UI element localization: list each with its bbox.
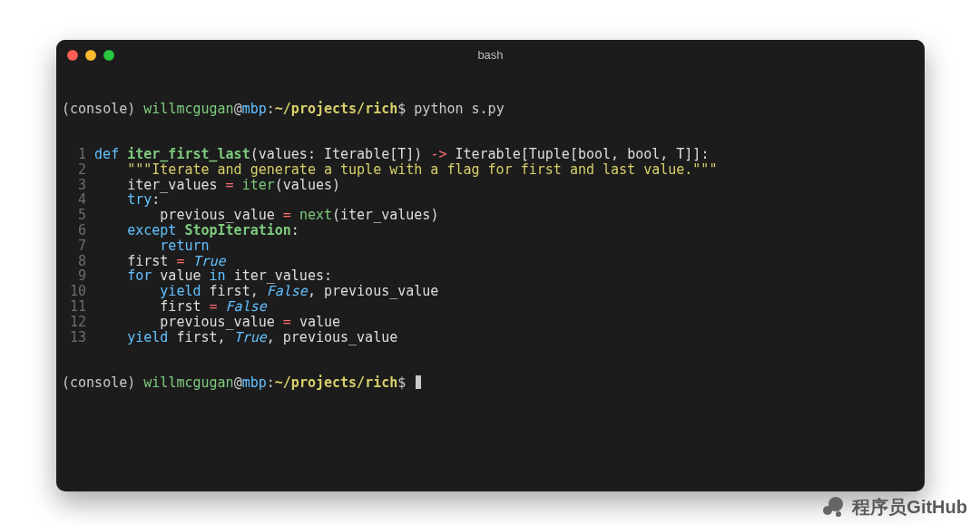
code-text: first = True — [94, 254, 919, 269]
code-text: yield first, False, previous_value — [94, 284, 919, 299]
code-line: 1def iter_first_last(values: Iterable[T]… — [62, 147, 919, 162]
prompt-dollar: $ — [397, 101, 406, 117]
prompt-env: (console) — [62, 374, 135, 391]
line-number: 2 — [62, 162, 86, 178]
code-line: 3 iter_values = iter(values) — [62, 178, 919, 193]
code-output: 1def iter_first_last(values: Iterable[T]… — [62, 147, 919, 345]
code-text: first = False — [94, 299, 919, 315]
code-line: 9 for value in iter_values: — [62, 268, 919, 284]
prompt-path: ~/projects/rich — [275, 374, 397, 391]
prompt-line-2: (console) willmcgugan@mbp:~/projects/ric… — [62, 375, 919, 391]
code-line: 13 yield first, True, previous_value — [62, 330, 919, 345]
line-number: 11 — [62, 299, 86, 315]
watermark: 程序员GitHub — [823, 495, 967, 520]
code-text: previous_value = value — [94, 315, 919, 330]
line-number: 8 — [62, 254, 86, 269]
prompt-colon: : — [267, 101, 275, 117]
code-text: try: — [94, 192, 919, 208]
code-line: 6 except StopIteration: — [62, 223, 919, 238]
prompt-user: willmcgugan — [143, 374, 233, 391]
code-text: """Iterate and generate a tuple with a f… — [94, 162, 919, 178]
prompt-colon: : — [267, 374, 275, 391]
prompt-host: mbp — [242, 374, 267, 391]
code-line: 11 first = False — [62, 299, 919, 315]
prompt-user: willmcgugan — [143, 101, 233, 117]
line-number: 12 — [62, 315, 86, 330]
code-text: yield first, True, previous_value — [94, 330, 919, 345]
code-text: previous_value = next(iter_values) — [94, 208, 919, 223]
code-line: 8 first = True — [62, 254, 919, 269]
watermark-text: 程序员GitHub — [852, 495, 967, 520]
line-number: 13 — [62, 330, 86, 345]
code-text: def iter_first_last(values: Iterable[T])… — [94, 147, 919, 162]
code-line: 7 return — [62, 238, 919, 254]
code-line: 2 """Iterate and generate a tuple with a… — [62, 162, 919, 178]
line-number: 6 — [62, 223, 86, 238]
code-text: for value in iter_values: — [94, 268, 919, 284]
prompt-env: (console) — [62, 101, 135, 117]
prompt-path: ~/projects/rich — [275, 101, 397, 117]
prompt-dollar: $ — [397, 374, 406, 391]
close-icon[interactable] — [67, 50, 78, 61]
terminal-window: bash (console) willmcgugan@mbp:~/project… — [56, 40, 925, 491]
cursor-icon — [416, 375, 420, 389]
code-text: return — [94, 238, 919, 254]
prompt-command: python s.py — [414, 101, 504, 117]
line-number: 5 — [62, 208, 86, 223]
line-number: 4 — [62, 192, 86, 208]
wechat-icon — [823, 497, 847, 519]
prompt-at: @ — [234, 374, 242, 391]
code-text: iter_values = iter(values) — [94, 178, 919, 193]
prompt-at: @ — [234, 101, 242, 117]
prompt-line-1: (console) willmcgugan@mbp:~/projects/ric… — [62, 102, 919, 117]
terminal-body[interactable]: (console) willmcgugan@mbp:~/projects/ric… — [56, 69, 925, 491]
traffic-lights — [67, 50, 114, 61]
window-title: bash — [56, 45, 925, 65]
line-number: 1 — [62, 147, 86, 162]
line-number: 9 — [62, 268, 86, 284]
minimize-icon[interactable] — [85, 50, 96, 61]
code-line: 10 yield first, False, previous_value — [62, 284, 919, 299]
code-line: 12 previous_value = value — [62, 315, 919, 330]
line-number: 3 — [62, 178, 86, 193]
code-line: 5 previous_value = next(iter_values) — [62, 208, 919, 223]
titlebar: bash — [56, 40, 925, 69]
code-text: except StopIteration: — [94, 223, 919, 238]
line-number: 10 — [62, 284, 86, 299]
line-number: 7 — [62, 238, 86, 254]
fullscreen-icon[interactable] — [103, 50, 114, 61]
prompt-host: mbp — [242, 101, 267, 117]
code-line: 4 try: — [62, 192, 919, 208]
